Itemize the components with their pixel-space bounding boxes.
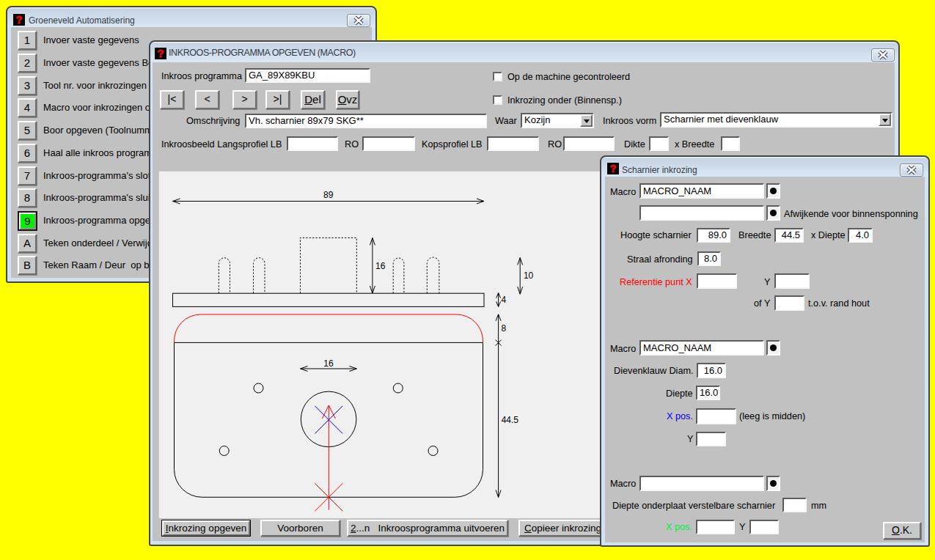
svg-text:8: 8 bbox=[502, 323, 507, 334]
svg-text:44.5: 44.5 bbox=[502, 415, 519, 425]
svg-text:10: 10 bbox=[524, 270, 534, 281]
svg-text:4: 4 bbox=[502, 295, 507, 305]
svg-text:16: 16 bbox=[323, 358, 334, 369]
svg-text:89: 89 bbox=[323, 190, 334, 200]
svg-text:16: 16 bbox=[375, 261, 386, 271]
